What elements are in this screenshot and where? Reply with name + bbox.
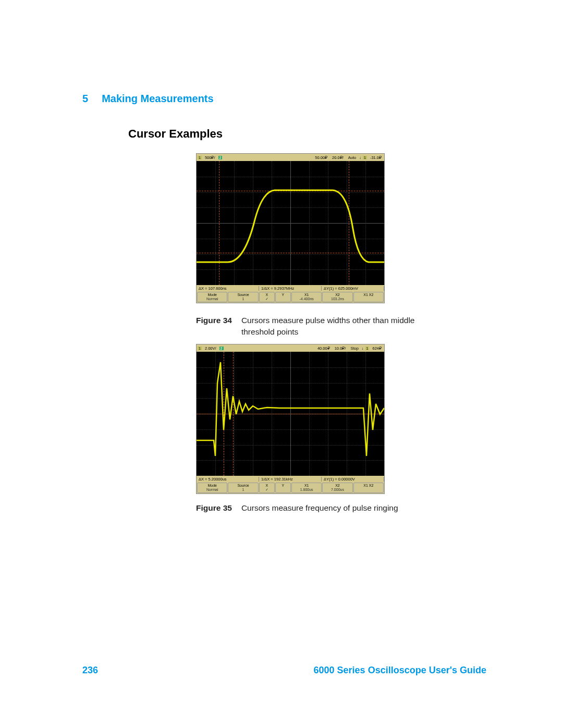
ch2-badge: 2 (218, 156, 223, 159)
scope2-softkeys: ModeNormal Source1 X✓ Y X11.800us X27.00… (197, 482, 384, 493)
ch1-badge: 1 (198, 347, 202, 350)
ch1-vdiv: 2.00V/ (203, 346, 218, 351)
softkey-y[interactable]: Y (275, 483, 291, 493)
softkey-source[interactable]: Source1 (228, 292, 258, 302)
trigger-level: 624₽ (371, 346, 383, 351)
section-title: Cursor Examples (128, 127, 223, 141)
waveform-ch1 (197, 352, 384, 476)
waveform-ch1 (197, 161, 384, 285)
softkey-x[interactable]: X✓ (259, 292, 275, 302)
softkey-x[interactable]: X✓ (259, 483, 275, 493)
softkey-x1[interactable]: X11.800us (291, 483, 322, 493)
softkey-mode[interactable]: ModeNormal (197, 292, 227, 302)
softkey-x1x2[interactable]: X1 X2 (353, 483, 384, 493)
scope2-measurements: ΔX = 5.20000us 1/ΔX = 192.31kHz ΔY(1) = … (197, 476, 384, 482)
time-pos: 40.00₽ (316, 346, 332, 351)
delta-x: ΔX = 5.20000us (197, 477, 259, 482)
trigger-edge-icon: ↓ (359, 155, 361, 160)
trigger-edge-icon: ↓ (362, 346, 364, 351)
figure-text: Cursors measure frequency of pulse ringi… (241, 502, 436, 514)
time-pos: 50.00₽ (313, 155, 329, 160)
figure-35-scope: 1 2.00V/ 2 40.00₽ 10.0₽/ Stop ↓ 1 624₽ (196, 344, 385, 494)
running-header: 5 Making Measurements (82, 93, 214, 105)
scope1-softkeys: ModeNormal Source1 X✓ Y X1-4.400ns X2103… (197, 291, 384, 303)
scope2-topbar: 1 2.00V/ 2 40.00₽ 10.0₽/ Stop ↓ 1 624₽ (197, 344, 384, 352)
ch2-badge: 2 (219, 347, 224, 350)
figure-34-scope: 1 500₽/ 2 50.00₽ 20.0₽/ Auto ↓ 1 -31.0₽ (196, 153, 385, 303)
page-number: 236 (82, 665, 98, 676)
figure-label: Figure 34 (196, 315, 232, 337)
scope1-topbar: 1 500₽/ 2 50.00₽ 20.0₽/ Auto ↓ 1 -31.0₽ (197, 154, 384, 161)
inv-delta-x: 1/ΔX = 192.31kHz (259, 477, 322, 482)
softkey-y[interactable]: Y (275, 292, 291, 302)
document-title: 6000 Series Oscilloscope User's Guide (314, 665, 486, 676)
figure-34-caption: Figure 34 Cursors measure pulse widths o… (196, 315, 436, 337)
trigger-level: -31.0₽ (369, 155, 383, 160)
ch1-badge: 1 (198, 156, 202, 159)
softkey-x1x2[interactable]: X1 X2 (353, 292, 384, 302)
page-footer: 236 6000 Series Oscilloscope User's Guid… (82, 665, 486, 676)
chapter-number: 5 (82, 93, 88, 105)
figure-label: Figure 35 (196, 502, 232, 514)
softkey-x2[interactable]: X2103.2ns (322, 292, 352, 302)
inv-delta-x: 1/ΔX = 9.2937MHz (259, 286, 322, 291)
delta-y: ΔY(1) = 625.000mV (322, 286, 384, 291)
softkey-mode[interactable]: ModeNormal (197, 483, 227, 493)
delta-x: ΔX = 107.600ns (197, 286, 259, 291)
scope1-measurements: ΔX = 107.600ns 1/ΔX = 9.2937MHz ΔY(1) = … (197, 285, 384, 291)
scope1-plot (197, 161, 384, 285)
figure-text: Cursors measure pulse widths other than … (241, 315, 436, 337)
delta-y: ΔY(1) = 0.00000V (322, 477, 384, 482)
run-mode: Stop (349, 346, 360, 351)
time-div: 20.0₽/ (331, 155, 345, 160)
softkey-source[interactable]: Source1 (228, 483, 258, 493)
softkey-x2[interactable]: X27.000us (322, 483, 352, 493)
chapter-title: Making Measurements (102, 93, 214, 105)
trigger-ch: 1 (365, 347, 370, 350)
scope2-plot (197, 352, 384, 476)
time-div: 10.0₽/ (333, 346, 348, 351)
figure-35-caption: Figure 35 Cursors measure frequency of p… (196, 502, 436, 514)
ch1-vdiv: 500₽/ (203, 155, 217, 160)
softkey-x1[interactable]: X1-4.400ns (291, 292, 322, 302)
run-mode: Auto (347, 155, 358, 160)
trigger-ch: 1 (363, 156, 367, 159)
